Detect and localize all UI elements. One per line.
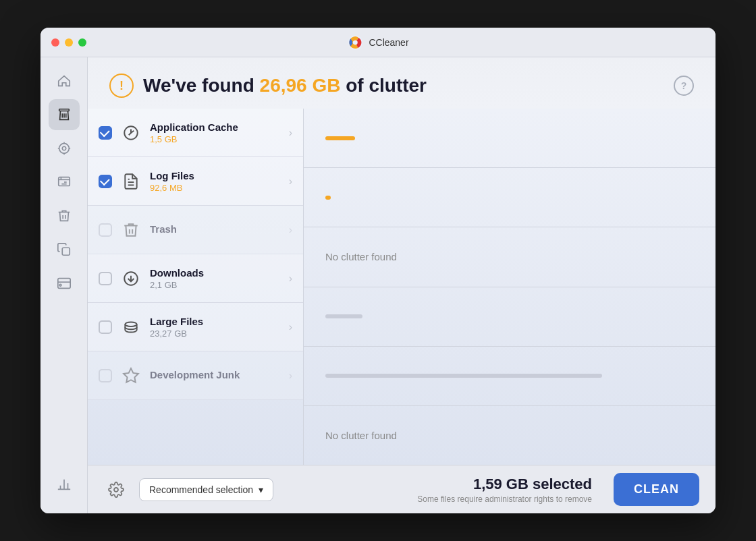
checkbox-trash[interactable] [99,223,112,237]
header: ! We've found 26,96 GB of clutter ? [88,57,716,109]
large-files-icon [120,316,142,338]
chevron-icon: › [289,127,292,139]
chevron-icon: › [289,224,292,236]
checkbox-log-files[interactable] [99,175,112,188]
traffic-lights [51,38,86,47]
trash-item-icon [120,219,142,241]
ccleaner-logo-icon [347,34,363,51]
detail-section-dev-junk: No clutter found [304,406,716,465]
list-item[interactable]: Application Cache 1,5 GB › [88,109,303,157]
dev-junk-icon [120,365,142,387]
registry-icon [57,141,72,156]
chevron-icon: › [289,175,292,188]
item-size: 23,27 GB [150,329,281,339]
detail-section-downloads [304,287,716,347]
sidebar-item-duplicate[interactable] [49,234,80,265]
close-button[interactable] [51,38,59,47]
analytics-icon [57,477,72,492]
detail-bar-container [325,374,694,378]
svg-point-5 [62,146,66,150]
svg-marker-31 [124,368,138,382]
main-content: ! We've found 26,96 GB of clutter ? [40,57,716,513]
minimize-button[interactable] [65,38,73,47]
footer-note: Some files require administrator rights … [417,494,592,504]
recommended-label: Recommended selection [149,484,253,495]
list-item[interactable]: Development Junk › [88,351,303,400]
svg-rect-17 [57,279,70,289]
detail-section-log-files [304,168,716,227]
sidebar [40,57,88,513]
item-info-dev-junk: Development Junk [150,369,281,382]
app-cache-icon [120,122,142,144]
list-item[interactable]: Downloads 2,1 GB › [88,254,303,303]
checkbox-dev-junk[interactable] [99,369,112,382]
item-info-downloads: Downloads 2,1 GB [150,267,281,290]
maximize-button[interactable] [78,38,86,47]
title-prefix: We've found [143,75,260,96]
home-icon [57,74,72,88]
list-item[interactable]: Log Files 92,6 MB › [88,157,303,206]
recommended-selection-button[interactable]: Recommended selection ▾ [139,478,273,501]
tools-icon [57,175,72,190]
header-left: ! We've found 26,96 GB of clutter [109,74,427,98]
svg-rect-16 [62,248,70,255]
detail-bar-container [325,136,694,140]
item-name: Trash [150,223,281,235]
checkbox-app-cache[interactable] [99,126,112,140]
list-item[interactable]: Large Files 23,27 GB › [88,303,303,351]
title-amount: 26,96 GB [260,75,341,96]
item-size: 1,5 GB [150,134,281,144]
svg-point-30 [125,322,136,326]
item-info-app-cache: Application Cache 1,5 GB [150,121,281,144]
selected-size-label: 1,59 GB selected [417,476,592,493]
warning-icon: ! [109,74,134,98]
no-clutter-dev-junk: No clutter found [325,430,397,441]
sidebar-item-home[interactable] [49,65,80,96]
titlebar-center: CCleaner [347,34,408,51]
log-files-icon [120,171,142,192]
item-info-log-files: Log Files 92,6 MB [150,170,281,193]
svg-point-6 [59,144,69,154]
help-button[interactable]: ? [674,76,694,96]
sidebar-item-disk[interactable] [49,268,80,299]
detail-bar-app-cache [325,136,355,140]
detail-bar-container [325,196,694,200]
item-name: Downloads [150,267,281,279]
checkbox-large-files[interactable] [99,320,112,334]
item-size: 2,1 GB [150,280,281,290]
cleaner-icon [57,107,72,122]
sidebar-item-tools[interactable] [49,167,80,198]
chevron-down-icon: ▾ [259,484,263,495]
no-clutter-trash: No clutter found [325,251,397,262]
titlebar: CCleaner [40,28,716,57]
window-title: CCleaner [369,37,408,48]
app-window: CCleaner [40,28,716,513]
settings-icon [108,482,124,498]
sidebar-item-trash[interactable] [49,200,80,231]
chevron-icon: › [289,321,292,333]
settings-button[interactable] [104,478,128,502]
items-list: Application Cache 1,5 GB › [88,109,304,465]
checkbox-downloads[interactable] [99,272,112,285]
footer-info: 1,59 GB selected Some files require admi… [417,476,592,504]
content-area: ! We've found 26,96 GB of clutter ? [88,57,716,513]
list-item[interactable]: Trash › [88,206,303,254]
title-suffix: of clutter [340,75,427,96]
downloads-icon [120,268,142,289]
item-name: Large Files [150,316,281,327]
detail-section-trash: No clutter found [304,227,716,287]
svg-point-19 [59,284,61,286]
svg-point-32 [114,488,118,492]
detail-area: No clutter found [304,109,716,465]
sidebar-item-cleaner[interactable] [49,99,80,130]
footer: Recommended selection ▾ 1,59 GB selected… [88,465,716,513]
detail-bar-large-files [325,374,602,378]
sidebar-item-analytics[interactable] [49,469,80,500]
sidebar-item-registry[interactable] [49,133,80,164]
item-name: Log Files [150,170,281,181]
trash-icon [57,208,72,223]
item-info-large-files: Large Files 23,27 GB [150,316,281,339]
detail-bar-log-files [325,196,331,200]
svg-rect-11 [58,177,70,186]
clean-button[interactable]: CLEAN [614,473,699,506]
